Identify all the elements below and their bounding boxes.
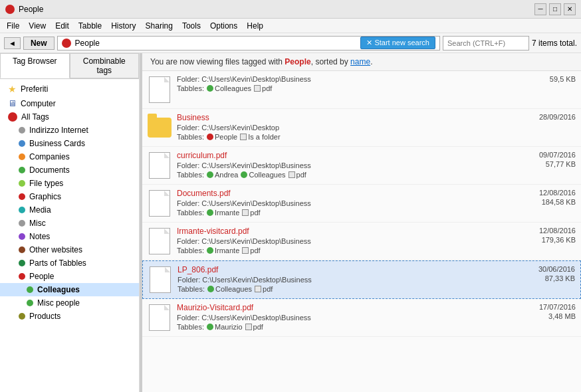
dot-icon: [27, 286, 33, 293]
file-item[interactable]: Maurizio-Visitcard.pdf Folder: C:\Users\…: [142, 299, 581, 337]
sidebar-item-people[interactable]: People: [0, 270, 139, 283]
dot-icon: [19, 273, 25, 280]
doc-icon: [150, 266, 171, 293]
tabbles-label: Tabbles:: [177, 84, 204, 92]
menu-tabble[interactable]: Tabble: [74, 20, 106, 32]
title-bar: People ─ □ ✕: [0, 0, 581, 19]
tabble-label: pdf: [253, 323, 263, 331]
sidebar-tabs: Tag Browser Combinable tags: [0, 53, 139, 79]
file-size: 184,58 KB: [529, 198, 576, 206]
sidebar-label-graphics: Graphics: [29, 192, 61, 201]
file-icon-doc: [148, 75, 172, 104]
file-meta: 09/07/2016 57,77 KB: [523, 151, 576, 168]
tabble-people: People: [207, 133, 237, 141]
file-item[interactable]: curriculum.pdf Folder: C:\Users\Kevin\De…: [142, 147, 581, 185]
file-info: Business Folder: C:\Users\Kevin\Desktop …: [177, 113, 517, 141]
sidebar-item-business-cards[interactable]: Business Cards: [0, 137, 139, 150]
start-new-search-button[interactable]: ✕ Start new search: [360, 37, 435, 49]
file-size: 179,36 KB: [529, 236, 576, 244]
tabbles-label: Tabbles:: [177, 323, 204, 331]
menu-sharing[interactable]: Sharing: [142, 20, 177, 32]
sidebar-item-notes[interactable]: Notes: [0, 230, 139, 243]
file-size: 57,77 KB: [529, 160, 576, 168]
file-item[interactable]: Business Folder: C:\Users\Kevin\Desktop …: [142, 109, 581, 147]
file-tabbles: Tabbles: People Is a folder: [177, 133, 517, 141]
minimize-button[interactable]: ─: [534, 3, 546, 15]
content-area: You are now viewing files tagged with Pe…: [142, 53, 581, 392]
toolbar: ◄ New People ✕ Start new search 7 items …: [0, 33, 581, 53]
sidebar-item-misc-people[interactable]: Misc people: [0, 296, 139, 310]
file-folder-path: Folder: C:\Users\Kevin\Desktop\Business: [177, 276, 517, 284]
dot-icon: [207, 247, 213, 254]
tabble-label: Maurizio: [215, 323, 243, 331]
close-button[interactable]: ✕: [564, 3, 576, 15]
tabbles-label: Tabbles:: [177, 246, 204, 254]
sidebar-item-other-websites[interactable]: Other websites: [0, 243, 139, 256]
window-controls[interactable]: ─ □ ✕: [534, 3, 576, 15]
tabble-irmante: Irmante: [207, 209, 239, 217]
file-info: Documents.pdf Folder: C:\Users\Kevin\Des…: [177, 189, 517, 217]
maximize-button[interactable]: □: [549, 3, 561, 15]
sidebar-item-indirizzo[interactable]: Indirizzo Internet: [0, 124, 139, 137]
file-item[interactable]: Folder: C:\Users\Kevin\Desktop\Business …: [142, 71, 581, 109]
file-name[interactable]: LP_806.pdf: [177, 265, 517, 274]
menu-edit[interactable]: Edit: [51, 20, 73, 32]
content-header-sort[interactable]: name: [350, 57, 370, 66]
dot-icon: [19, 167, 25, 173]
file-date: 28/09/2016: [539, 113, 576, 121]
content-header-prefix: You are now viewing files tagged with: [150, 57, 285, 66]
file-name[interactable]: curriculum.pdf: [177, 151, 517, 160]
sidebar-item-computer[interactable]: 🖥 Computer: [0, 96, 139, 110]
menu-history[interactable]: History: [107, 20, 140, 32]
sidebar-item-companies[interactable]: Companies: [0, 150, 139, 163]
back-button[interactable]: ◄: [4, 37, 21, 49]
sidebar-item-all-tags[interactable]: All Tags: [0, 110, 139, 124]
doc-icon: [149, 152, 170, 179]
sidebar-label-notes: Notes: [29, 232, 50, 241]
sidebar-item-products[interactable]: Products: [0, 310, 139, 323]
search-input[interactable]: [443, 36, 529, 50]
new-button[interactable]: New: [23, 37, 55, 50]
sidebar-item-preferiti[interactable]: ★ Preferiti: [0, 82, 139, 96]
file-name[interactable]: Business: [177, 113, 517, 122]
sidebar-label-all-tags: All Tags: [21, 112, 49, 122]
sidebar-item-documents[interactable]: Documents: [0, 163, 139, 177]
sidebar-item-misc[interactable]: Misc: [0, 217, 139, 230]
file-name[interactable]: Irmante-visitcard.pdf: [177, 227, 517, 236]
menu-view[interactable]: View: [25, 20, 50, 32]
file-item[interactable]: LP_806.pdf Folder: C:\Users\Kevin\Deskto…: [142, 260, 581, 299]
sidebar-item-media[interactable]: Media: [0, 203, 139, 217]
file-icon-doc: [148, 303, 172, 332]
dot-icon: [19, 233, 25, 240]
file-list: Folder: C:\Users\Kevin\Desktop\Business …: [142, 71, 581, 392]
file-folder-path: Folder: C:\Users\Kevin\Desktop\Business: [177, 161, 517, 169]
file-item[interactable]: Irmante-visitcard.pdf Folder: C:\Users\K…: [142, 223, 581, 260]
tab-tag-browser[interactable]: Tag Browser: [0, 53, 70, 78]
sidebar-item-file-types[interactable]: File types: [0, 177, 139, 190]
menu-file[interactable]: File: [3, 20, 23, 32]
sidebar-item-graphics[interactable]: Graphics: [0, 190, 139, 203]
sidebar-item-colleagues[interactable]: Colleagues: [0, 283, 139, 296]
menu-options[interactable]: Options: [206, 20, 241, 32]
file-name[interactable]: Documents.pdf: [177, 189, 517, 198]
address-icon: [62, 39, 71, 48]
file-item[interactable]: Documents.pdf Folder: C:\Users\Kevin\Des…: [142, 185, 581, 223]
folder-box-icon: [240, 134, 247, 140]
dot-icon: [19, 180, 25, 187]
file-tabbles: Tabbles: Irmante pdf: [177, 209, 517, 217]
sidebar-item-parts-of-tabbles[interactable]: Parts of Tabbles: [0, 256, 139, 270]
sidebar-label-indirizzo: Indirizzo Internet: [29, 126, 88, 135]
file-info: curriculum.pdf Folder: C:\Users\Kevin\De…: [177, 151, 517, 179]
tabble-pdf: pdf: [242, 209, 260, 217]
doc-icon: [149, 304, 170, 331]
menu-tools[interactable]: Tools: [178, 20, 205, 32]
file-name[interactable]: Maurizio-Visitcard.pdf: [177, 303, 517, 312]
file-tabbles: Tabbles: Maurizio pdf: [177, 323, 517, 331]
file-meta: 30/06/2016 87,33 KB: [522, 265, 575, 282]
tab-combinable-tags[interactable]: Combinable tags: [70, 53, 140, 78]
dot-icon: [19, 313, 25, 320]
file-tabbles: Tabbles: Colleagues pdf: [177, 84, 517, 92]
menu-help[interactable]: Help: [243, 20, 267, 32]
dot-icon: [19, 127, 25, 134]
file-info: Folder: C:\Users\Kevin\Desktop\Business …: [177, 75, 517, 92]
